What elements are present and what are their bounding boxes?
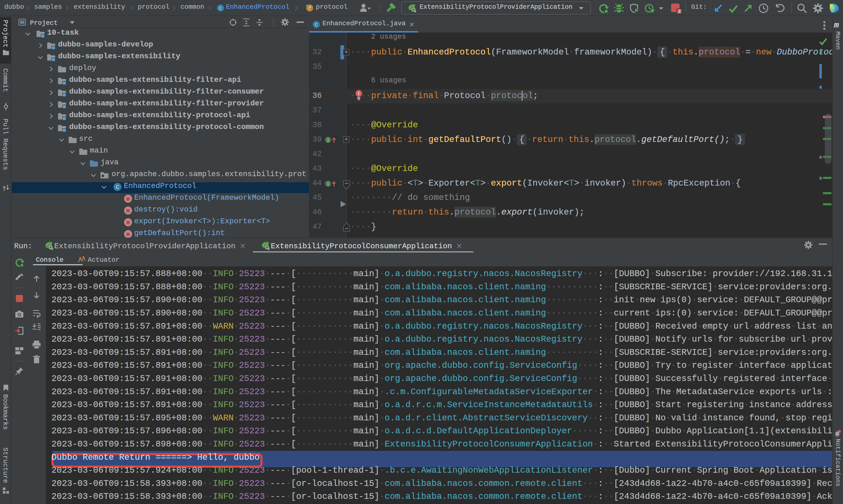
svg-text:!: ! bbox=[358, 91, 359, 96]
svg-text:C: C bbox=[315, 22, 318, 28]
svg-text:m: m bbox=[126, 220, 130, 226]
svg-text:I: I bbox=[327, 138, 330, 143]
svg-text:f: f bbox=[308, 6, 312, 11]
svg-text:m: m bbox=[126, 208, 130, 214]
svg-text:C: C bbox=[116, 184, 119, 191]
svg-text:C: C bbox=[219, 6, 222, 11]
svg-text:m: m bbox=[126, 196, 130, 202]
svg-text:I: I bbox=[327, 181, 330, 187]
svg-text:m: m bbox=[126, 232, 130, 238]
